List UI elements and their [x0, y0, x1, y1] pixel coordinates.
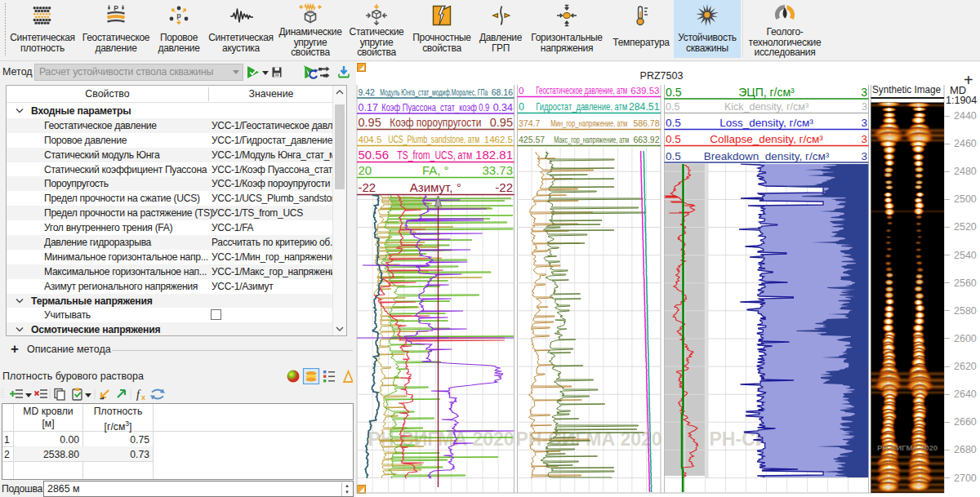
svg-text:Модуль Юнга_стат_модиф.Моралес: Модуль Юнга_стат_модиф.Моралес, ГПа	[380, 87, 488, 97]
svg-text:ЭЦП, г/см³: ЭЦП, г/см³	[738, 86, 795, 99]
svg-text:Гидростат_давление, атм: Гидростат_давление, атм	[536, 100, 627, 113]
svg-text:9.42: 9.42	[359, 87, 376, 97]
svg-text:3: 3	[861, 150, 867, 162]
svg-text:0: 0	[519, 86, 523, 95]
svg-text:Collapse_density, г/см³: Collapse_density, г/см³	[710, 133, 823, 145]
svg-text:374.7: 374.7	[519, 118, 540, 128]
svg-text:586.78: 586.78	[633, 118, 659, 128]
svg-text:-22: -22	[359, 180, 376, 194]
svg-text:Synthetic Image: Synthetic Image	[872, 83, 941, 95]
svg-text:0.5: 0.5	[666, 133, 681, 145]
svg-text:663.92: 663.92	[633, 135, 659, 144]
svg-text:Макс_гор_напряжение, атм: Макс_гор_напряжение, атм	[554, 135, 629, 144]
svg-text:68.16: 68.16	[492, 87, 513, 97]
svg-text:Геостатическое давление, атм: Геостатическое давление, атм	[536, 85, 627, 96]
svg-text:0.95: 0.95	[359, 116, 381, 129]
svg-text:3: 3	[861, 117, 867, 129]
svg-text:639.53: 639.53	[630, 86, 659, 95]
svg-text:33.73: 33.73	[482, 163, 513, 177]
svg-text:Loss_density, г/см³: Loss_density, г/см³	[719, 117, 813, 129]
svg-text:0.5: 0.5	[666, 150, 681, 162]
svg-text:20: 20	[359, 163, 372, 177]
svg-text:0: 0	[519, 101, 524, 113]
svg-text:0.5: 0.5	[666, 117, 681, 129]
svg-text:TS_from_UCS, атм: TS_from_UCS, атм	[397, 148, 472, 162]
svg-text:Kick_density, г/см³: Kick_density, г/см³	[724, 101, 808, 113]
svg-text:1462.5: 1462.5	[484, 135, 513, 144]
svg-text:Breakdown_density, г/см³: Breakdown_density, г/см³	[704, 150, 830, 162]
svg-text:3: 3	[861, 133, 867, 145]
svg-text:0.17: 0.17	[359, 102, 378, 113]
svg-text:0.5: 0.5	[666, 86, 682, 99]
svg-text:3: 3	[861, 86, 867, 99]
svg-text:3: 3	[862, 101, 867, 113]
svg-text:284.51: 284.51	[629, 101, 660, 113]
svg-text:182.81: 182.81	[475, 148, 513, 162]
svg-text:Мин_гор_напряжение, атм: Мин_гор_напряжение, атм	[550, 118, 627, 128]
svg-text:50.56: 50.56	[359, 148, 390, 162]
svg-text:0.95: 0.95	[490, 116, 513, 129]
svg-text:0.34: 0.34	[493, 102, 513, 113]
svg-text:РН-СИГМА 2020: РН-СИГМА 2020	[877, 443, 938, 452]
svg-text:-22: -22	[495, 180, 513, 194]
svg-text:404.5: 404.5	[359, 135, 382, 144]
svg-text:Коэф пороупругости: Коэф пороупругости	[390, 116, 481, 129]
svg-text:FA, °: FA, °	[422, 163, 449, 177]
svg-text:0.5: 0.5	[666, 101, 679, 113]
svg-text:Коэф Пуассона_стат_коэф 0.9: Коэф Пуассона_стат_коэф 0.9	[381, 102, 489, 113]
svg-text:UCS_Plumb_sandstone, атм: UCS_Plumb_sandstone, атм	[388, 134, 479, 145]
svg-text:Азимут, °: Азимут, °	[410, 180, 461, 194]
svg-text:425.57: 425.57	[519, 135, 545, 144]
